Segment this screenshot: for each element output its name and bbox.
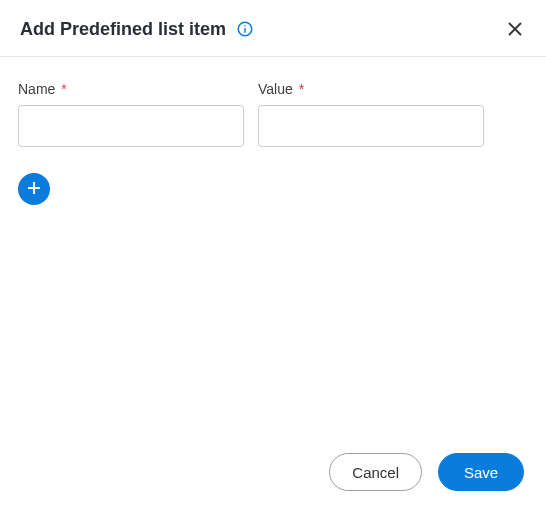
name-field: Name * [18,81,244,147]
value-field: Value * [258,81,484,147]
name-input[interactable] [18,105,244,147]
fields-row: Name * Value * [18,81,528,147]
dialog-footer: Cancel Save [0,435,546,525]
close-button[interactable] [504,18,526,40]
cancel-button[interactable]: Cancel [329,453,422,491]
dialog-header: Add Predefined list item [0,0,546,57]
name-label: Name [18,81,55,97]
svg-point-2 [244,25,246,27]
required-marker: * [299,82,304,96]
add-item-button[interactable] [18,173,50,205]
save-button[interactable]: Save [438,453,524,491]
close-icon [508,24,522,39]
plus-icon [26,180,42,199]
required-marker: * [61,82,66,96]
dialog-title: Add Predefined list item [20,19,226,40]
info-icon[interactable] [236,20,254,38]
value-label-row: Value * [258,81,484,97]
dialog-body: Name * Value * [0,57,546,435]
value-input[interactable] [258,105,484,147]
name-label-row: Name * [18,81,244,97]
value-label: Value [258,81,293,97]
add-predefined-list-item-dialog: Add Predefined list item [0,0,546,525]
